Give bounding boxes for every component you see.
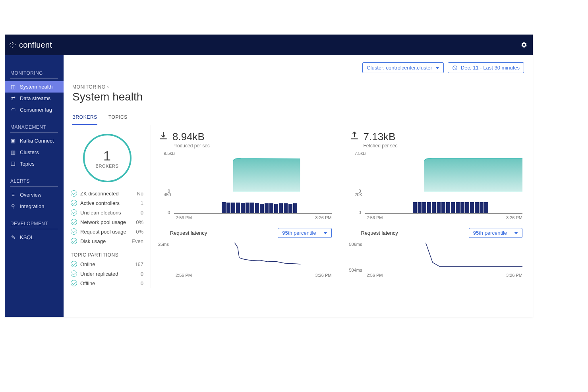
cluster-selector-label: Cluster: controlcenter.cluster	[367, 65, 432, 71]
stat-value: 0	[141, 210, 143, 216]
sidebar-item-label: Overview	[20, 192, 41, 198]
tabs: BROKERSTOPICS	[64, 103, 533, 125]
chevron-down-icon	[323, 232, 327, 234]
page-header: MONITORING › System health	[64, 73, 533, 103]
sidebar-item-label: Integration	[20, 203, 44, 209]
stat-row: Disk usageEven	[71, 236, 143, 246]
sidebar-section-label: MANAGEMENT	[5, 116, 64, 135]
latency-title-1: Request latency	[170, 230, 207, 236]
sidebar-item-consumer-lag[interactable]: ◠Consumer lag	[5, 104, 64, 116]
flows-icon: ⇄	[10, 96, 16, 101]
stat-row: Active controllers1	[71, 198, 143, 208]
bar	[460, 202, 464, 213]
sidebar-item-label: KSQL	[20, 234, 34, 240]
stat-row: ZK disconnectedNo	[71, 189, 143, 198]
broker-summary: 1 BROKERS ZK disconnectedNoActive contro…	[64, 125, 151, 288]
stat-name: Under replicated	[80, 271, 137, 277]
produced-area-chart: 0	[158, 156, 332, 192]
settings-gear-icon[interactable]	[521, 42, 527, 48]
control-bar: Cluster: controlcenter.cluster Dec, 11 -…	[64, 55, 533, 73]
bar	[265, 203, 269, 213]
breadcrumb[interactable]: MONITORING ›	[72, 84, 524, 90]
fetched-t1: 3:26 PM	[506, 215, 522, 220]
bar	[437, 202, 441, 213]
stat-name: Unclean elections	[80, 210, 137, 216]
sidebar-item-data-streams[interactable]: ⇄Data streams	[5, 93, 64, 104]
sidebar-item-ksql[interactable]: ✎KSQL	[5, 232, 64, 243]
bar	[413, 202, 417, 214]
chevron-down-icon	[514, 232, 518, 234]
percentile-selector-1[interactable]: 95th percentile	[278, 228, 331, 238]
upload-icon	[349, 131, 360, 141]
fetched-bars-chart: 0	[349, 198, 523, 214]
sidebar-item-label: Clusters	[20, 149, 39, 155]
main: Cluster: controlcenter.cluster Dec, 11 -…	[64, 55, 533, 317]
sidebar: MONITORING◫System health⇄Data streams◠Co…	[5, 55, 64, 317]
bar	[446, 202, 450, 213]
bar	[441, 202, 445, 213]
bar	[456, 202, 460, 213]
pen-icon: ✎	[10, 235, 16, 240]
sidebar-item-kafka-connect[interactable]: ▣Kafka Connect	[5, 135, 64, 147]
sidebar-section-label: MONITORING	[5, 62, 64, 81]
download-icon	[158, 131, 168, 141]
tab-topics[interactable]: TOPICS	[108, 114, 128, 125]
produced-t1: 3:26 PM	[315, 215, 332, 220]
cluster-selector[interactable]: Cluster: controlcenter.cluster	[362, 62, 444, 73]
sidebar-section-label: ALERTS	[5, 170, 64, 189]
partitions-header: TOPIC PARTITIONS	[71, 246, 143, 259]
content: 1 BROKERS ZK disconnectedNoActive contro…	[64, 125, 533, 288]
bar	[451, 202, 455, 213]
bars-icon: ▥	[10, 150, 16, 155]
fetched-ymax: 7.5kB	[349, 151, 523, 156]
sidebar-item-integration[interactable]: ⚲Integration	[5, 201, 64, 212]
produced-bars-chart: 0	[158, 198, 332, 214]
bar	[418, 202, 422, 213]
topbar: confluent	[5, 35, 533, 55]
tab-brokers[interactable]: BROKERS	[72, 114, 97, 125]
stat-name: Active controllers	[80, 200, 137, 206]
bar	[222, 202, 226, 213]
bar	[422, 202, 426, 213]
plug-icon: ▣	[10, 138, 16, 144]
chart-icon: ◫	[10, 84, 16, 90]
confluent-dots-icon	[8, 41, 16, 49]
bar	[241, 203, 245, 213]
list-icon: ≡	[10, 192, 16, 198]
bar	[484, 202, 488, 213]
check-ok-icon	[71, 238, 77, 244]
bar	[427, 202, 431, 213]
sidebar-item-clusters[interactable]: ▥Clusters	[5, 147, 64, 158]
stat-row: Under replicated0	[71, 269, 143, 278]
stat-name: ZK disconnected	[80, 191, 133, 197]
stat-name: Online	[80, 261, 132, 267]
timerange-selector[interactable]: Dec, 11 - Last 30 minutes	[448, 62, 524, 73]
latency-title-2: Request latency	[361, 230, 398, 236]
produced-t0: 2:56 PM	[176, 215, 192, 220]
sidebar-item-label: Kafka Connect	[20, 138, 54, 144]
produced-sub: Produced per sec	[172, 143, 210, 149]
bar	[288, 204, 292, 213]
stat-row: Offline0	[71, 278, 143, 288]
fetched-value: 7.13kB	[364, 131, 398, 143]
bar	[260, 204, 264, 213]
sidebar-item-topics[interactable]: ❏Topics	[5, 158, 64, 170]
check-ok-icon	[71, 209, 77, 216]
bar	[246, 203, 250, 213]
fetched-panel: 7.13kB Fetched per sec 7.5kB 0 20K 0 2:5…	[342, 125, 533, 288]
produced-panel: 8.94kB Produced per sec 9.5kB 0 450 0 2:…	[151, 125, 342, 288]
stat-name: Disk usage	[80, 238, 128, 244]
sidebar-item-label: Topics	[20, 161, 35, 167]
percentile-selector-2[interactable]: 95th percentile	[469, 228, 522, 238]
sidebar-item-overview[interactable]: ≡Overview	[5, 189, 64, 201]
check-ok-icon	[71, 261, 77, 267]
stack-icon: ❏	[10, 161, 16, 167]
produced-ymax: 9.5kB	[158, 151, 332, 156]
fetched-area-chart: 0	[349, 156, 523, 192]
bar	[470, 202, 474, 213]
brand-logo: confluent	[8, 41, 52, 50]
bar	[480, 202, 484, 213]
bar	[465, 202, 469, 213]
sidebar-item-system-health[interactable]: ◫System health	[5, 81, 64, 93]
produced-latency-chart: 25ms	[158, 242, 332, 271]
